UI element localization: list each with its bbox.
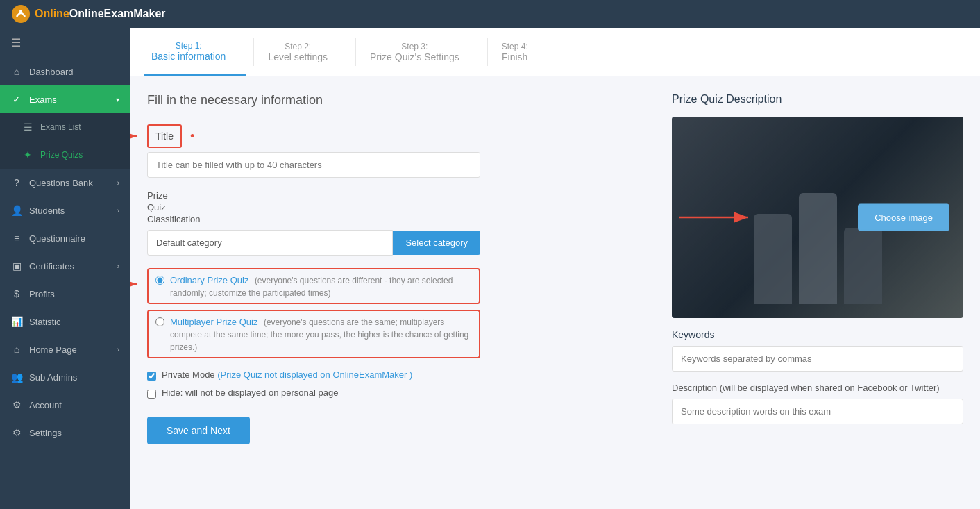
arrow-to-radio	[130, 274, 144, 294]
multiplayer-radio-input[interactable]	[155, 317, 164, 326]
ordinary-prize-quiz-box: Ordinary Prize Quiz (everyone's question…	[147, 268, 480, 304]
quiz-label: Quiz	[147, 202, 655, 212]
step2-label: Step 2:	[285, 42, 311, 51]
description-section: Description (will be displayed when shar…	[672, 383, 963, 424]
certificates-arrow-icon: ›	[117, 262, 119, 270]
step-divider-3	[487, 38, 488, 66]
sidebar-label-home-page: Home Page	[29, 344, 110, 355]
ordinary-radio-label[interactable]: Ordinary Prize Quiz	[170, 275, 248, 285]
sidebar-label-questionnaire: Questionnaire	[29, 233, 119, 244]
sidebar-item-certificates[interactable]: ▣ Certificates ›	[0, 252, 130, 280]
arrow-to-title	[130, 126, 144, 147]
figure-2	[799, 193, 837, 304]
sidebar-label-dashboard: Dashboard	[29, 67, 119, 77]
certificates-icon: ▣	[11, 260, 22, 272]
private-mode-label[interactable]: Private Mode (Prize Quiz not displayed o…	[162, 369, 412, 380]
questions-bank-icon: ?	[11, 177, 22, 188]
keywords-input[interactable]	[672, 346, 963, 372]
figure-3	[844, 228, 882, 304]
logo: OnlineOnlineExamMaker	[11, 4, 166, 24]
keywords-label: Keywords	[672, 329, 963, 340]
sidebar-item-settings[interactable]: ⚙ Settings	[0, 419, 130, 447]
account-icon: ⚙	[11, 399, 22, 410]
sidebar-label-account: Account	[29, 400, 119, 410]
form-heading: Fill in the necessary information	[147, 93, 655, 108]
private-mode-checkbox[interactable]	[147, 372, 156, 381]
step1-label: Step 1:	[176, 41, 202, 51]
sidebar-item-exams-list[interactable]: ☰ Exams List	[0, 113, 130, 141]
title-label-box: Title	[147, 124, 182, 148]
multiplayer-radio-label[interactable]: Multiplayer Prize Quiz	[170, 317, 257, 327]
ordinary-radio-option: Ordinary Prize Quiz (everyone's question…	[155, 274, 472, 299]
ordinary-radio-input[interactable]	[155, 276, 164, 285]
sidebar-item-dashboard[interactable]: ⌂ Dashboard	[0, 58, 130, 85]
sidebar-label-sub-admins: Sub Admins	[29, 372, 119, 383]
svg-point-1	[19, 10, 22, 12]
sidebar-item-sub-admins[interactable]: 👥 Sub Admins	[0, 363, 130, 391]
sidebar-label-certificates: Certificates	[29, 261, 110, 272]
select-category-button[interactable]: Select category	[393, 231, 480, 255]
save-next-button[interactable]: Save and Next	[147, 417, 250, 444]
classification-group: Prize Quiz Classification Select categor…	[147, 190, 655, 256]
step3-label: Step 3:	[401, 42, 428, 51]
classification-input[interactable]	[147, 230, 393, 256]
sidebar-item-home-page[interactable]: ⌂ Home Page ›	[0, 335, 130, 363]
arrow-to-choose-image	[679, 207, 755, 228]
sidebar-label-exams: Exams	[29, 94, 109, 105]
sidebar-item-questionnaire[interactable]: ≡ Questionnaire	[0, 224, 130, 252]
sidebar-label-settings: Settings	[29, 428, 119, 438]
exams-arrow-icon: ▾	[116, 96, 119, 103]
step1-title: Basic information	[151, 51, 226, 62]
hamburger-button[interactable]: ☰	[0, 28, 130, 58]
step2-title: Level settings	[268, 51, 328, 62]
topbar: OnlineOnlineExamMaker	[0, 0, 980, 28]
sidebar-label-statistic: Statistic	[29, 317, 119, 327]
profits-icon: $	[11, 288, 22, 299]
steps-bar: Step 1: Basic information Step 2: Level …	[130, 28, 980, 76]
sidebar-sub-exams: ☰ Exams List ✦ Prize Quizs	[0, 113, 130, 169]
students-icon: 👤	[11, 205, 22, 216]
sidebar-item-prize-quizs[interactable]: ✦ Prize Quizs	[0, 141, 130, 169]
sidebar-label-questions-bank: Questions Bank	[29, 178, 110, 188]
sidebar-item-statistic[interactable]: 📊 Statistic	[0, 308, 130, 335]
form-section: Fill in the necessary information	[147, 93, 655, 492]
prize-label: Prize	[147, 190, 655, 201]
step3-title: Prize Quiz's Settings	[370, 51, 459, 62]
sidebar-item-exams[interactable]: ✓ Exams ▾	[0, 85, 130, 113]
step-divider-1	[253, 38, 254, 66]
sidebar-label-students: Students	[29, 206, 110, 216]
right-panel: Prize Quiz Description	[672, 93, 963, 492]
description-input[interactable]	[672, 399, 963, 424]
exams-list-icon: ☰	[22, 122, 33, 133]
step4-tab[interactable]: Step 4: Finish	[495, 28, 549, 76]
home-page-icon: ⌂	[11, 344, 22, 355]
main-content: Fill in the necessary information	[130, 76, 980, 509]
choose-image-button[interactable]: Choose image	[858, 204, 949, 231]
questions-bank-arrow-icon: ›	[117, 179, 119, 187]
sidebar-label-prize-quizs: Prize Quizs	[40, 150, 119, 160]
step1-tab[interactable]: Step 1: Basic information	[144, 28, 246, 76]
hide-checkbox[interactable]	[147, 390, 156, 399]
title-input[interactable]	[147, 152, 480, 178]
hide-label[interactable]: Hide: will not be displayed on personal …	[162, 387, 338, 398]
statistic-icon: 📊	[11, 316, 22, 327]
students-arrow-icon: ›	[117, 207, 119, 215]
sidebar-label-exams-list: Exams List	[40, 122, 119, 132]
settings-icon: ⚙	[11, 427, 22, 438]
step2-tab[interactable]: Step 2: Level settings	[261, 28, 348, 76]
image-preview: Choose image	[672, 117, 963, 318]
sub-admins-icon: 👥	[11, 372, 22, 383]
step3-tab[interactable]: Step 3: Prize Quiz's Settings	[363, 28, 480, 76]
classification-row: Select category	[147, 230, 480, 256]
required-indicator: •	[190, 130, 194, 142]
description-label: Description (will be displayed when shar…	[672, 383, 963, 393]
exams-icon: ✓	[11, 94, 22, 105]
step-divider-2	[355, 38, 356, 66]
sidebar-item-questions-bank[interactable]: ? Questions Bank ›	[0, 169, 130, 197]
sidebar-item-account[interactable]: ⚙ Account	[0, 391, 130, 419]
sidebar-item-students[interactable]: 👤 Students ›	[0, 197, 130, 224]
right-panel-title: Prize Quiz Description	[672, 93, 963, 106]
title-field-group: Title •	[147, 124, 655, 178]
logo-icon	[11, 4, 31, 24]
sidebar-item-profits[interactable]: $ Profits	[0, 280, 130, 308]
